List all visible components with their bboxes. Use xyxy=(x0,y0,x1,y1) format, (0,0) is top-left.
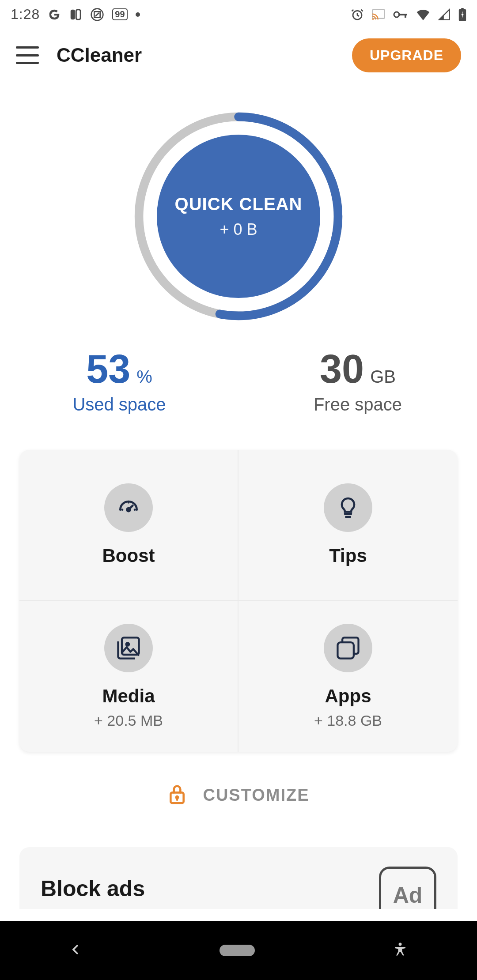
promo-title: Block ads xyxy=(41,876,145,901)
app-header: CCleaner UPGRADE xyxy=(0,29,477,82)
status-left: 1:28 99 xyxy=(11,6,140,23)
battery-box-icon: 99 xyxy=(112,8,127,20)
vpn-key-icon xyxy=(393,10,408,19)
cast-icon xyxy=(372,8,385,21)
system-nav-bar xyxy=(0,921,477,980)
menu-icon[interactable] xyxy=(16,46,39,64)
free-unit: GB xyxy=(370,367,396,387)
svg-point-16 xyxy=(126,643,129,645)
accessibility-icon[interactable] xyxy=(392,942,408,959)
stat-free-space: 30 GB Free space xyxy=(238,347,477,415)
svg-rect-9 xyxy=(405,14,406,18)
tile-apps-title: Apps xyxy=(325,686,371,707)
svg-rect-11 xyxy=(461,8,463,10)
back-icon[interactable] xyxy=(69,943,82,958)
lock-icon xyxy=(167,783,187,807)
home-pill[interactable] xyxy=(220,945,255,956)
used-unit: % xyxy=(136,367,152,387)
cellular-icon xyxy=(438,8,450,21)
lightbulb-icon xyxy=(324,483,372,532)
svg-point-6 xyxy=(372,18,374,20)
tile-tips[interactable]: Tips xyxy=(238,450,458,601)
quick-clean-label: QUICK CLEAN xyxy=(175,194,303,214)
svg-rect-1 xyxy=(76,9,81,19)
gauge-icon xyxy=(104,483,153,532)
notification-dot-icon xyxy=(136,12,140,17)
quick-clean-button[interactable]: QUICK CLEAN + 0 B xyxy=(130,108,347,324)
tile-apps[interactable]: Apps + 18.8 GB xyxy=(238,601,458,752)
promo-block-ads[interactable]: Block ads Ad xyxy=(19,847,458,909)
stat-used-space: 53 % Used space xyxy=(0,347,238,415)
customize-button[interactable]: CUSTOMIZE xyxy=(0,783,477,807)
quick-clean-subvalue: + 0 B xyxy=(220,220,257,239)
quick-clean-inner: QUICK CLEAN + 0 B xyxy=(157,135,320,298)
status-bar: 1:28 99 xyxy=(0,0,477,29)
tile-media-sub: + 20.5 MB xyxy=(94,712,163,729)
google-icon xyxy=(48,8,61,21)
status-right xyxy=(351,8,466,21)
main-content: QUICK CLEAN + 0 B 53 % Used space 30 GB … xyxy=(0,82,477,909)
tile-media-title: Media xyxy=(102,686,155,707)
tile-boost[interactable]: Boost xyxy=(19,450,238,601)
free-value: 30 xyxy=(320,347,364,392)
battery-charging-icon xyxy=(458,8,466,21)
customize-label: CUSTOMIZE xyxy=(203,786,309,805)
screenshot-icon xyxy=(90,8,104,22)
storage-stats: 53 % Used space 30 GB Free space xyxy=(0,347,477,415)
alarm-icon xyxy=(351,8,364,21)
windows-icon xyxy=(324,624,372,672)
tile-apps-sub: + 18.8 GB xyxy=(314,712,382,729)
gauge-container: QUICK CLEAN + 0 B xyxy=(0,108,477,324)
upgrade-button[interactable]: UPGRADE xyxy=(352,38,461,72)
app-icon xyxy=(69,8,82,21)
feature-grid: Boost Tips Media + 20.5 MB Apps + 18.8 G… xyxy=(19,450,458,752)
wifi-icon xyxy=(416,9,430,20)
tile-tips-title: Tips xyxy=(329,545,367,566)
app-title: CCleaner xyxy=(57,44,334,66)
svg-point-20 xyxy=(399,943,402,946)
used-value: 53 xyxy=(86,347,130,392)
free-label: Free space xyxy=(238,395,477,415)
tile-media[interactable]: Media + 20.5 MB xyxy=(19,601,238,752)
used-label: Used space xyxy=(0,395,238,415)
svg-rect-0 xyxy=(71,9,75,19)
tile-boost-title: Boost xyxy=(102,545,155,566)
status-time: 1:28 xyxy=(11,6,40,23)
ad-icon: Ad xyxy=(379,867,436,909)
image-stack-icon xyxy=(104,624,153,672)
svg-rect-17 xyxy=(337,642,353,658)
